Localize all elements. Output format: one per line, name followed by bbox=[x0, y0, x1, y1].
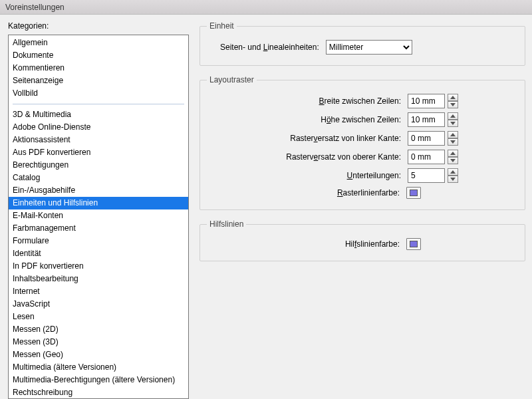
categories-pane: Kategorien: AllgemeinDokumenteKommentier… bbox=[8, 21, 189, 399]
grid-height-input[interactable] bbox=[408, 112, 445, 127]
svg-marker-8 bbox=[450, 170, 456, 174]
guides-color-label: Hilfslinienfarbe: bbox=[345, 239, 400, 249]
spin-down-icon[interactable] bbox=[448, 101, 458, 108]
spin-down-icon[interactable] bbox=[448, 157, 458, 164]
grid-offset-top-input[interactable] bbox=[408, 150, 445, 164]
category-item[interactable]: Multimedia (ältere Versionen) bbox=[9, 361, 188, 374]
category-item[interactable]: Internet bbox=[9, 285, 188, 298]
svg-marker-4 bbox=[450, 133, 456, 136]
unit-select[interactable]: Millimeter bbox=[326, 40, 412, 55]
unit-row: Seiten- und Linealeinheiten: Millimeter bbox=[207, 40, 458, 55]
category-item[interactable]: Rechtschreibung bbox=[9, 386, 188, 399]
window-title: Voreinstellungen bbox=[5, 3, 65, 12]
grid-subdiv-label: Unterteilungen: bbox=[347, 171, 401, 180]
svg-marker-0 bbox=[450, 96, 456, 99]
category-item[interactable]: In PDF konvertieren bbox=[9, 260, 188, 273]
grid-offset-left-label: Rasterversatz von linker Kante: bbox=[290, 134, 401, 143]
svg-marker-7 bbox=[450, 159, 456, 162]
category-item[interactable]: Messen (2D) bbox=[9, 323, 188, 336]
category-item[interactable]: Farbmanagement bbox=[9, 222, 188, 235]
dialog-content: Kategorien: AllgemeinDokumenteKommentier… bbox=[0, 15, 532, 399]
svg-marker-6 bbox=[450, 152, 456, 155]
grid-offset-left-input[interactable] bbox=[408, 131, 445, 146]
grid-color-label: Rasterlinienfarbe: bbox=[337, 188, 400, 198]
category-item[interactable]: 3D & Multimedia bbox=[9, 108, 188, 121]
guides-color-swatch[interactable] bbox=[406, 238, 421, 250]
spin-up-icon[interactable] bbox=[448, 150, 458, 157]
spin-down-icon[interactable] bbox=[448, 138, 458, 146]
category-item[interactable]: Seitenanzeige bbox=[9, 74, 188, 87]
category-item[interactable]: Identität bbox=[9, 247, 188, 260]
grid-height-row: Höhe zwischen Zeilen: bbox=[207, 112, 458, 127]
category-item[interactable]: Vollbild bbox=[9, 87, 188, 100]
grid-offset-left-row: Rasterversatz von linker Kante: bbox=[207, 131, 458, 146]
settings-pane: Einheit Seiten- und Linealeinheiten: Mil… bbox=[189, 21, 525, 399]
guides-color-row: Hilfslinienfarbe: bbox=[207, 238, 458, 250]
unit-label: Seiten- und Linealeinheiten: bbox=[220, 43, 319, 52]
category-item[interactable]: Lesen bbox=[9, 311, 188, 323]
category-item[interactable]: Aus PDF konvertieren bbox=[9, 146, 188, 159]
grid-width-label: Breite zwischen Zeilen: bbox=[319, 96, 401, 106]
svg-marker-3 bbox=[450, 122, 456, 125]
grid-color-row: Rasterlinienfarbe: bbox=[207, 187, 458, 199]
unit-legend: Einheit bbox=[207, 21, 237, 31]
guides-legend: Hilfslinien bbox=[207, 219, 246, 229]
unit-group: Einheit Seiten- und Linealeinheiten: Mil… bbox=[200, 21, 525, 66]
spin-down-icon[interactable] bbox=[448, 176, 458, 183]
spin-up-icon[interactable] bbox=[448, 131, 458, 138]
category-item[interactable]: Berechtigungen bbox=[9, 159, 188, 172]
category-item[interactable]: Dokumente bbox=[9, 49, 188, 62]
category-item[interactable]: Messen (3D) bbox=[9, 336, 188, 348]
grid-width-row: Breite zwischen Zeilen: bbox=[207, 94, 458, 108]
spin-up-icon[interactable] bbox=[448, 112, 458, 120]
grid-group: Layoutraster Breite zwischen Zeilen: Höh… bbox=[200, 75, 525, 210]
grid-width-input[interactable] bbox=[408, 94, 445, 108]
categories-label: Kategorien: bbox=[8, 21, 189, 31]
category-item[interactable]: Ein-/Ausgabehilfe bbox=[9, 184, 188, 197]
svg-marker-1 bbox=[450, 103, 456, 106]
spin-up-icon[interactable] bbox=[448, 94, 458, 101]
spin-up-icon[interactable] bbox=[448, 168, 458, 176]
guides-group: Hilfslinien Hilfslinienfarbe: bbox=[200, 219, 525, 261]
category-item[interactable]: Messen (Geo) bbox=[9, 348, 188, 361]
grid-subdiv-input[interactable] bbox=[408, 168, 445, 183]
category-item[interactable]: Allgemein bbox=[9, 37, 188, 49]
category-item[interactable]: Adobe Online-Dienste bbox=[9, 121, 188, 134]
svg-marker-9 bbox=[450, 178, 456, 181]
category-separator bbox=[13, 104, 184, 104]
spin-down-icon[interactable] bbox=[448, 120, 458, 127]
grid-height-label: Höhe zwischen Zeilen: bbox=[321, 115, 401, 124]
category-item[interactable]: Formulare bbox=[9, 235, 188, 247]
category-item[interactable]: Multimedia-Berechtigungen (ältere Versio… bbox=[9, 374, 188, 386]
grid-color-swatch[interactable] bbox=[406, 187, 421, 199]
category-item[interactable]: Catalog bbox=[9, 172, 188, 184]
category-item[interactable]: Inhaltsbearbeitung bbox=[9, 273, 188, 285]
category-item[interactable]: Kommentieren bbox=[9, 62, 188, 74]
grid-subdiv-row: Unterteilungen: bbox=[207, 168, 458, 183]
svg-marker-5 bbox=[450, 140, 456, 144]
grid-legend: Layoutraster bbox=[207, 75, 257, 84]
category-list[interactable]: AllgemeinDokumenteKommentierenSeitenanze… bbox=[8, 35, 189, 399]
category-item[interactable]: JavaScript bbox=[9, 298, 188, 311]
svg-marker-2 bbox=[450, 114, 456, 118]
category-item[interactable]: Aktionsassistent bbox=[9, 134, 188, 146]
category-item[interactable]: Einheiten und Hilfslinien bbox=[9, 197, 188, 209]
category-item[interactable]: E-Mail-Konten bbox=[9, 209, 188, 222]
grid-offset-top-label: Rasterversatz von oberer Kante: bbox=[286, 152, 401, 162]
window-titlebar: Voreinstellungen bbox=[0, 0, 532, 15]
grid-offset-top-row: Rasterversatz von oberer Kante: bbox=[207, 150, 458, 164]
